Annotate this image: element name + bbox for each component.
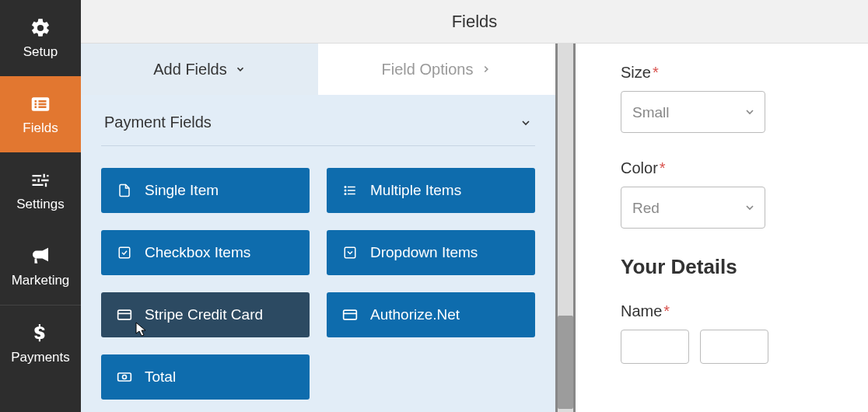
- tab-field-options[interactable]: Field Options: [318, 44, 555, 95]
- svg-rect-13: [119, 247, 130, 258]
- check-square-icon: [117, 245, 132, 260]
- mouse-cursor-icon: [135, 322, 148, 337]
- main: Fields Add Fields Field Options: [81, 0, 868, 412]
- field-label: Stripe Credit Card: [145, 306, 263, 323]
- sidebar-item-marketing[interactable]: Marketing: [0, 229, 81, 305]
- label-text: Name: [621, 302, 662, 319]
- sidebar-item-label: Settings: [16, 197, 64, 212]
- field-label: Total: [145, 368, 176, 386]
- svg-point-7: [345, 186, 347, 188]
- fields-grid: Single Item Multiple Items: [101, 168, 535, 400]
- field-multiple-items[interactable]: Multiple Items: [327, 168, 535, 213]
- scrollbar-thumb[interactable]: [558, 316, 573, 409]
- field-label: Single Item: [145, 182, 219, 199]
- chevron-right-icon: [481, 64, 492, 75]
- field-label: Dropdown Items: [370, 244, 478, 261]
- sliders-icon: [29, 169, 52, 192]
- svg-rect-12: [348, 194, 355, 195]
- sidebar-item-label: Payments: [11, 350, 70, 365]
- required-mark: *: [660, 159, 666, 176]
- label-text: Size: [621, 64, 651, 81]
- svg-rect-10: [348, 190, 355, 191]
- builder-panel: Add Fields Field Options Paymen: [81, 44, 555, 412]
- name-first-input[interactable]: [621, 330, 689, 364]
- size-label: Size*: [621, 64, 832, 82]
- field-label: Multiple Items: [370, 182, 461, 199]
- required-mark: *: [653, 64, 659, 81]
- chevron-down-icon: [235, 64, 246, 75]
- field-single-item[interactable]: Single Item: [101, 168, 310, 213]
- color-select[interactable]: Red: [621, 187, 765, 229]
- section-title: Payment Fields: [104, 113, 212, 131]
- field-checkbox-items[interactable]: Checkbox Items: [101, 230, 310, 275]
- field-total[interactable]: Total: [101, 354, 310, 400]
- svg-rect-15: [118, 310, 131, 319]
- dollar-icon: [29, 322, 52, 345]
- fields-section-header[interactable]: Payment Fields: [101, 109, 535, 146]
- list-icon: [29, 93, 52, 116]
- chevron-down-icon: [520, 117, 532, 129]
- field-label: Authorize.Net: [370, 306, 460, 323]
- color-label: Color*: [621, 159, 832, 177]
- svg-point-20: [123, 375, 127, 379]
- builder-tabs: Add Fields Field Options: [81, 44, 555, 95]
- tab-label: Add Fields: [153, 61, 227, 79]
- field-stripe-credit-card[interactable]: Stripe Credit Card: [101, 292, 310, 337]
- money-icon: [117, 369, 132, 385]
- sidebar-item-label: Marketing: [12, 273, 70, 288]
- svg-point-9: [345, 190, 347, 192]
- field-name: Name*: [621, 302, 832, 364]
- page-title: Fields: [452, 12, 498, 32]
- svg-point-11: [345, 193, 347, 195]
- sidebar-item-label: Setup: [23, 44, 58, 60]
- sidebar-item-label: Fields: [23, 120, 58, 136]
- field-label: Checkbox Items: [145, 244, 250, 261]
- svg-rect-19: [118, 373, 131, 381]
- bullhorn-icon: [29, 245, 52, 268]
- sidebar: Setup Fields Settings Marketing Payments: [0, 0, 81, 412]
- your-details-heading: Your Details: [621, 255, 832, 279]
- svg-rect-8: [348, 187, 355, 188]
- form-preview: Size* Small Color*: [576, 44, 868, 412]
- fields-panel: Payment Fields Single Item: [81, 95, 555, 412]
- vertical-scrollbar[interactable]: [555, 44, 576, 412]
- page-header: Fields: [81, 0, 868, 44]
- list-ul-icon: [342, 183, 358, 198]
- tab-add-fields[interactable]: Add Fields: [81, 44, 318, 95]
- required-mark: *: [663, 302, 670, 319]
- svg-rect-14: [345, 247, 355, 258]
- svg-rect-17: [344, 310, 357, 319]
- field-color: Color* Red: [621, 159, 832, 229]
- sidebar-item-settings[interactable]: Settings: [0, 152, 81, 229]
- tab-label: Field Options: [382, 61, 474, 79]
- field-dropdown-items[interactable]: Dropdown Items: [327, 230, 535, 275]
- label-text: Color: [621, 159, 658, 176]
- file-icon: [117, 183, 132, 198]
- name-label: Name*: [621, 302, 832, 320]
- gear-icon: [29, 16, 52, 40]
- sidebar-item-setup[interactable]: Setup: [0, 0, 81, 76]
- field-authorize-net[interactable]: Authorize.Net: [327, 292, 535, 337]
- size-select[interactable]: Small: [621, 91, 765, 133]
- sidebar-item-payments[interactable]: Payments: [0, 305, 81, 381]
- name-last-input[interactable]: [700, 330, 768, 364]
- sidebar-item-fields[interactable]: Fields: [0, 76, 81, 152]
- caret-square-icon: [342, 245, 358, 260]
- field-size: Size* Small: [621, 64, 832, 133]
- credit-card-icon: [342, 307, 358, 323]
- credit-card-icon: [117, 307, 132, 323]
